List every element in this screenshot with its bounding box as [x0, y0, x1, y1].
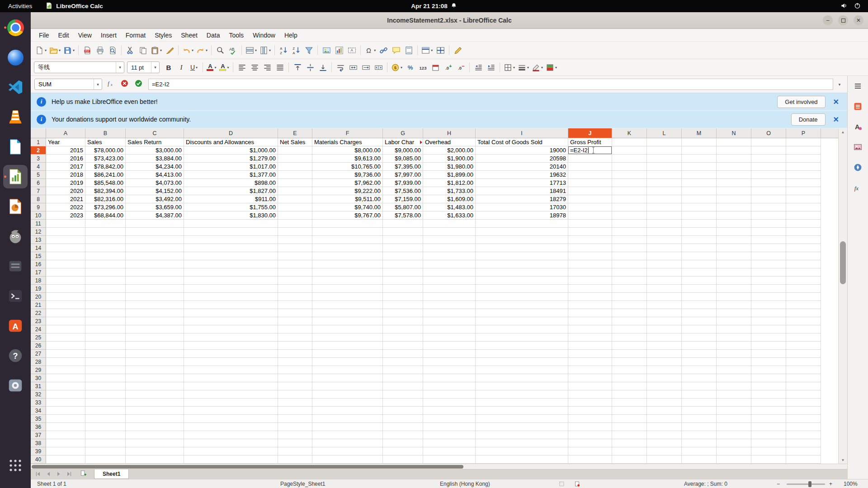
- column-header-E[interactable]: E: [278, 128, 312, 138]
- cell-M17[interactable]: [682, 268, 717, 277]
- cell-O31[interactable]: [751, 382, 786, 390]
- cell-N12[interactable]: [717, 228, 751, 236]
- cell-P40[interactable]: [786, 455, 821, 464]
- name-box[interactable]: SUM ▾: [34, 79, 102, 90]
- cell-E26[interactable]: [278, 342, 312, 350]
- cell-G21[interactable]: [383, 301, 423, 309]
- cell-G4[interactable]: $7,395.00: [383, 163, 423, 171]
- cell-M7[interactable]: [682, 187, 717, 195]
- cell-A18[interactable]: [46, 277, 85, 285]
- cell-M8[interactable]: [682, 195, 717, 203]
- cell-G40[interactable]: [383, 455, 423, 464]
- cell-J35[interactable]: [568, 415, 612, 423]
- cell-F15[interactable]: [312, 252, 383, 260]
- cut-button[interactable]: [124, 44, 137, 56]
- cell-M37[interactable]: [682, 431, 717, 439]
- cell-J7[interactable]: [568, 187, 612, 195]
- row-header-16[interactable]: 16: [31, 260, 46, 268]
- zoom-in-button[interactable]: +: [829, 481, 832, 487]
- cell-D40[interactable]: [184, 455, 278, 464]
- insert-textbox-button[interactable]: A: [345, 44, 358, 56]
- cell-B33[interactable]: [85, 399, 126, 407]
- cell-L12[interactable]: [647, 228, 682, 236]
- cell-F12[interactable]: [312, 228, 383, 236]
- cell-A5[interactable]: 2018: [46, 171, 85, 179]
- cell-N34[interactable]: [717, 407, 751, 415]
- cell-N31[interactable]: [717, 382, 751, 390]
- cell-J14[interactable]: [568, 244, 612, 252]
- cell-N26[interactable]: [717, 342, 751, 350]
- cell-P27[interactable]: [786, 350, 821, 358]
- cell-I4[interactable]: 20140: [476, 163, 568, 171]
- cell-D31[interactable]: [184, 382, 278, 390]
- row-header-34[interactable]: 34: [31, 407, 46, 415]
- cell-E15[interactable]: [278, 252, 312, 260]
- cell-I31[interactable]: [476, 382, 568, 390]
- cell-D21[interactable]: [184, 301, 278, 309]
- cell-K1[interactable]: [612, 138, 647, 146]
- cell-N1[interactable]: [717, 138, 751, 146]
- cell-K31[interactable]: [612, 382, 647, 390]
- cell-B28[interactable]: [85, 358, 126, 366]
- cell-E28[interactable]: [278, 358, 312, 366]
- row-header-26[interactable]: 26: [31, 342, 46, 350]
- cell-K20[interactable]: [612, 293, 647, 301]
- row-header-22[interactable]: 22: [31, 309, 46, 317]
- cell-A8[interactable]: 2021: [46, 195, 85, 203]
- cell-O2[interactable]: [751, 146, 786, 155]
- cell-P3[interactable]: [786, 155, 821, 163]
- row-header-32[interactable]: 32: [31, 390, 46, 399]
- cell-E5[interactable]: [278, 171, 312, 179]
- cell-L32[interactable]: [647, 390, 682, 399]
- cell-L25[interactable]: [647, 333, 682, 342]
- dock-item-blue-sphere[interactable]: [3, 46, 28, 69]
- dock-item-vlc[interactable]: [3, 105, 28, 129]
- cell-L26[interactable]: [647, 342, 682, 350]
- cell-E8[interactable]: [278, 195, 312, 203]
- cell-L17[interactable]: [647, 268, 682, 277]
- column-header-I[interactable]: I: [476, 128, 568, 138]
- cell-G12[interactable]: [383, 228, 423, 236]
- cell-J19[interactable]: [568, 285, 612, 293]
- cell-J23[interactable]: [568, 317, 612, 325]
- selection-mode-icon[interactable]: [559, 481, 565, 487]
- cell-H34[interactable]: [423, 407, 476, 415]
- cell-M30[interactable]: [682, 374, 717, 382]
- cell-H19[interactable]: [423, 285, 476, 293]
- cell-C30[interactable]: [126, 374, 184, 382]
- cell-J33[interactable]: [568, 399, 612, 407]
- cell-D24[interactable]: [184, 325, 278, 333]
- cell-I12[interactable]: [476, 228, 568, 236]
- cell-E12[interactable]: [278, 228, 312, 236]
- cell-P20[interactable]: [786, 293, 821, 301]
- cell-G24[interactable]: [383, 325, 423, 333]
- close-button[interactable]: ✕: [854, 15, 863, 25]
- cell-L1[interactable]: [647, 138, 682, 146]
- cell-G5[interactable]: $7,997.00: [383, 171, 423, 179]
- cell-M5[interactable]: [682, 171, 717, 179]
- cell-C29[interactable]: [126, 366, 184, 374]
- cell-E6[interactable]: [278, 179, 312, 187]
- cell-G37[interactable]: [383, 431, 423, 439]
- cell-E20[interactable]: [278, 293, 312, 301]
- cell-A11[interactable]: [46, 220, 85, 228]
- cell-K36[interactable]: [612, 423, 647, 431]
- cell-J30[interactable]: [568, 374, 612, 382]
- next-sheet-button[interactable]: [54, 470, 63, 478]
- cell-O4[interactable]: [751, 163, 786, 171]
- language-status[interactable]: English (Hong Kong): [440, 481, 490, 487]
- cell-N21[interactable]: [717, 301, 751, 309]
- save-button[interactable]: ▾: [62, 44, 76, 56]
- cell-A10[interactable]: 2023: [46, 211, 85, 220]
- cell-K17[interactable]: [612, 268, 647, 277]
- row-header-38[interactable]: 38: [31, 439, 46, 447]
- dock-item-help[interactable]: ?: [3, 344, 28, 367]
- cell-H40[interactable]: [423, 455, 476, 464]
- cell-M4[interactable]: [682, 163, 717, 171]
- cell-C15[interactable]: [126, 252, 184, 260]
- row-header-40[interactable]: 40: [31, 455, 46, 464]
- cell-C31[interactable]: [126, 382, 184, 390]
- cell-E11[interactable]: [278, 220, 312, 228]
- cell-E37[interactable]: [278, 431, 312, 439]
- cell-F5[interactable]: $9,736.00: [312, 171, 383, 179]
